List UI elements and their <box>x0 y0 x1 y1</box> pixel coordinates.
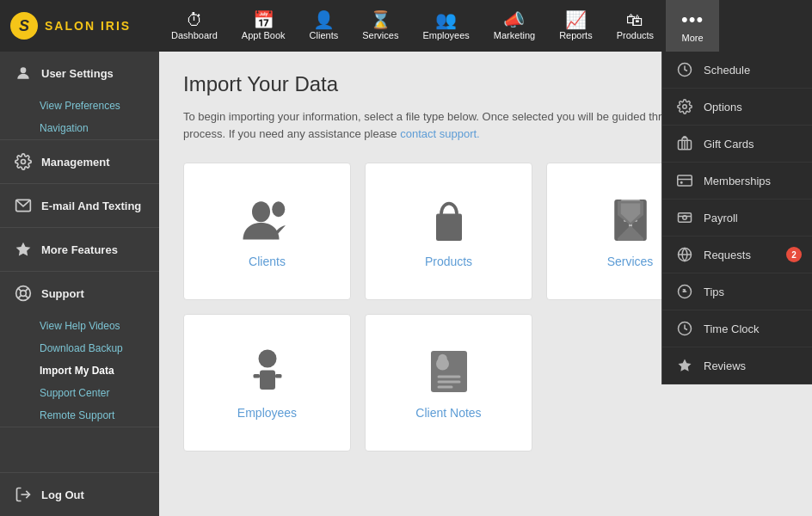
payroll-icon <box>676 209 693 226</box>
employees-card-icon <box>242 346 293 397</box>
svg-line-8 <box>25 288 28 292</box>
import-card-employees[interactable]: Employees <box>183 314 351 452</box>
more-dropdown-menu: Schedule Options Gift Cards Memberships … <box>661 52 812 384</box>
services-card-label: Services <box>607 255 654 268</box>
svg-rect-23 <box>275 374 282 378</box>
sidebar-sub-download-backup[interactable]: Download Backup <box>0 337 159 359</box>
svg-marker-48 <box>679 359 692 372</box>
sidebar-item-user-settings[interactable]: User Settings <box>0 52 159 95</box>
svg-point-1 <box>22 160 26 164</box>
client-notes-card-icon <box>423 346 475 397</box>
sidebar-section-email-texting: E-mail And Texting <box>0 184 159 228</box>
svg-rect-29 <box>437 376 460 378</box>
nav-more-button[interactable]: ••• More <box>666 0 719 52</box>
employees-card-label: Employees <box>237 406 297 420</box>
contact-support-link[interactable]: contact support. <box>400 127 480 140</box>
svg-marker-3 <box>16 243 31 256</box>
svg-line-7 <box>25 295 28 298</box>
nav-items: ⏱ Dashboard 📅 Appt Book 👤 Clients ⌛ Serv… <box>159 0 812 52</box>
reviews-icon <box>676 357 693 374</box>
services-card-icon <box>605 194 656 246</box>
svg-rect-22 <box>253 374 260 378</box>
page-description: To begin importing your information, sel… <box>183 108 742 142</box>
dropdown-item-tips[interactable]: Tips <box>662 273 812 310</box>
svg-point-33 <box>683 105 687 109</box>
sidebar-section-more-features: More Features <box>0 228 159 272</box>
sidebar-sub-support-center[interactable]: Support Center <box>0 382 159 404</box>
svg-line-9 <box>18 295 22 298</box>
sidebar-sub-remote-support[interactable]: Remote Support <box>0 404 159 427</box>
sidebar-item-management[interactable]: Management <box>0 140 159 183</box>
logo-letter: S <box>19 17 29 35</box>
memberships-icon <box>676 172 693 189</box>
sidebar-item-email-texting[interactable]: E-mail And Texting <box>0 184 159 227</box>
employees-icon: 👥 <box>435 11 457 28</box>
svg-rect-31 <box>437 386 452 389</box>
nav-item-employees[interactable]: 👥 Employees <box>410 0 481 52</box>
svg-point-5 <box>21 291 27 297</box>
logo[interactable]: S SALON IRIS <box>0 12 159 40</box>
clients-icon: 👤 <box>313 11 335 28</box>
star-icon <box>14 240 33 259</box>
svg-line-6 <box>18 288 22 292</box>
products-icon: 🛍 <box>626 11 643 28</box>
logout-icon <box>14 485 33 504</box>
import-card-client-notes[interactable]: Client Notes <box>365 314 532 452</box>
time-clock-icon <box>676 320 693 337</box>
logout-button[interactable]: Log Out <box>0 472 159 516</box>
dropdown-item-time-clock[interactable]: Time Clock <box>662 310 812 347</box>
svg-point-0 <box>21 67 27 73</box>
logo-circle: S <box>10 12 38 40</box>
dropdown-item-gift-cards[interactable]: Gift Cards <box>662 126 812 163</box>
svg-rect-21 <box>260 371 275 390</box>
import-card-clients[interactable]: Clients <box>183 163 351 300</box>
nav-item-dashboard[interactable]: ⏱ Dashboard <box>159 0 230 52</box>
sidebar-sub-navigation[interactable]: Navigation <box>0 117 159 139</box>
tips-icon <box>676 283 693 300</box>
sidebar: User Settings View Preferences Navigatio… <box>0 52 159 516</box>
nav-item-appt-book[interactable]: 📅 Appt Book <box>230 0 298 52</box>
sidebar-sub-view-help-videos[interactable]: View Help Videos <box>0 315 159 337</box>
nav-item-marketing[interactable]: 📣 Marketing <box>482 0 547 52</box>
marketing-icon: 📣 <box>503 11 525 28</box>
schedule-icon <box>676 61 693 78</box>
email-icon <box>14 196 33 215</box>
dropdown-item-reviews[interactable]: Reviews <box>662 347 812 384</box>
dropdown-item-requests[interactable]: Requests 2 <box>662 236 812 273</box>
sidebar-section-user-settings: User Settings View Preferences Navigatio… <box>0 52 159 140</box>
clients-card-label: Clients <box>249 255 286 268</box>
sidebar-sub-view-preferences[interactable]: View Preferences <box>0 95 159 117</box>
svg-rect-30 <box>437 381 460 384</box>
nav-item-services[interactable]: ⌛ Services <box>350 0 410 52</box>
client-notes-card-label: Client Notes <box>415 406 481 420</box>
sidebar-sub-import-my-data[interactable]: Import My Data <box>0 359 159 382</box>
dropdown-item-payroll[interactable]: Payroll <box>662 200 812 236</box>
gift-cards-icon <box>676 135 693 152</box>
clients-card-icon <box>242 194 293 246</box>
sidebar-item-more-features[interactable]: More Features <box>0 228 159 271</box>
logo-text: SALON IRIS <box>45 19 131 33</box>
management-icon <box>14 152 33 171</box>
options-icon <box>676 98 693 115</box>
svg-rect-39 <box>679 213 692 223</box>
dropdown-item-memberships[interactable]: Memberships <box>662 163 812 200</box>
services-icon: ⌛ <box>370 11 391 28</box>
svg-point-28 <box>438 354 447 364</box>
dropdown-item-options[interactable]: Options <box>662 89 812 126</box>
sidebar-item-support[interactable]: Support <box>0 272 159 315</box>
import-card-products[interactable]: Products <box>365 163 532 300</box>
support-icon <box>14 284 33 303</box>
nav-item-clients[interactable]: 👤 Clients <box>298 0 351 52</box>
svg-point-12 <box>272 201 285 217</box>
nav-item-products[interactable]: 🛍 Products <box>605 0 666 52</box>
sidebar-section-management: Management <box>0 140 159 184</box>
svg-rect-36 <box>678 175 692 186</box>
top-navigation: S SALON IRIS ⏱ Dashboard 📅 Appt Book 👤 C… <box>0 0 812 52</box>
user-icon <box>14 64 33 83</box>
dropdown-item-schedule[interactable]: Schedule <box>662 52 812 89</box>
svg-point-11 <box>252 201 270 222</box>
requests-badge: 2 <box>786 247 802 262</box>
svg-point-38 <box>681 182 683 184</box>
nav-item-reports[interactable]: 📈 Reports <box>547 0 605 52</box>
products-card-icon <box>423 194 475 246</box>
